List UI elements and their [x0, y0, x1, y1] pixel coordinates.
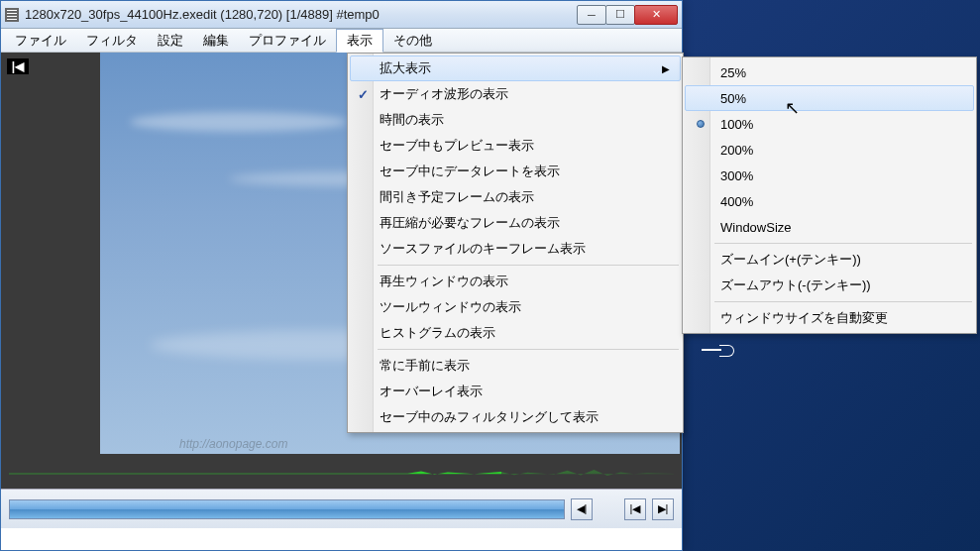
rewind-start-icon[interactable]: |◀: [7, 58, 29, 74]
titlebar[interactable]: 1280x720_30fps_44100Hz.exedit (1280,720)…: [1, 1, 682, 29]
check-icon: ✓: [358, 87, 369, 102]
dd-always-on-top[interactable]: 常に手前に表示: [350, 353, 681, 379]
skip-start-button[interactable]: |◀: [624, 498, 646, 520]
menu-profile[interactable]: プロファイル: [239, 29, 336, 52]
zoom-in[interactable]: ズームイン(+(テンキー)): [685, 247, 974, 273]
menubar: ファイル フィルタ 設定 編集 プロファイル 表示 その他: [1, 29, 682, 53]
zoom-submenu: 25% 50% 100% 200% 300% 400% WindowSize ズ…: [682, 56, 977, 334]
sky-cloud: [130, 112, 348, 132]
window-title: 1280x720_30fps_44100Hz.exedit (1280,720)…: [25, 7, 578, 22]
submenu-arrow-icon: ▶: [662, 63, 670, 74]
dd-time-display[interactable]: 時間の表示: [350, 107, 681, 133]
zoom-200[interactable]: 200%: [685, 137, 974, 163]
seekbar-row: ◀| |◀ ▶|: [1, 489, 682, 528]
window-controls: ─ ☐ ✕: [578, 5, 678, 25]
skip-end-button[interactable]: ▶|: [652, 498, 674, 520]
dd-source-keyframes[interactable]: ソースファイルのキーフレーム表示: [350, 236, 681, 262]
menu-separator: [714, 243, 972, 244]
zoom-300[interactable]: 300%: [685, 163, 974, 188]
zoom-out[interactable]: ズームアウト(-(テンキー)): [685, 273, 974, 298]
audio-waveform-row: [1, 459, 682, 489]
watermark-text: http://aonopage.com: [179, 437, 287, 451]
menu-filter[interactable]: フィルタ: [76, 29, 148, 52]
zoom-windowsize[interactable]: WindowSize: [685, 214, 974, 240]
dd-zoom-display[interactable]: 拡大表示▶: [350, 55, 681, 81]
menu-other[interactable]: その他: [383, 29, 442, 52]
menu-file[interactable]: ファイル: [5, 29, 76, 52]
dd-thinning-frames[interactable]: 間引き予定フレームの表示: [350, 184, 681, 210]
dd-overlay[interactable]: オーバーレイ表示: [350, 379, 681, 404]
dd-filter-on-save[interactable]: セーブ中のみフィルタリングして表示: [350, 404, 681, 430]
dd-tool-window[interactable]: ツールウィンドウの表示: [350, 294, 681, 320]
zoom-50[interactable]: 50%: [685, 85, 974, 111]
dd-audio-waveform[interactable]: ✓オーディオ波形の表示: [350, 81, 681, 107]
menu-separator: [378, 265, 679, 266]
desktop-sprite-icon: [702, 345, 737, 359]
audio-waveform[interactable]: [9, 466, 674, 482]
close-button[interactable]: ✕: [634, 5, 678, 25]
dd-save-preview[interactable]: セーブ中もプレビュー表示: [350, 133, 681, 159]
menu-edit[interactable]: 編集: [193, 29, 239, 52]
dd-save-datarate[interactable]: セーブ中にデータレートを表示: [350, 159, 681, 184]
zoom-400[interactable]: 400%: [685, 188, 974, 214]
menu-settings[interactable]: 設定: [148, 29, 193, 52]
zoom-100[interactable]: 100%: [685, 111, 974, 137]
dd-recompress-frames[interactable]: 再圧縮が必要なフレームの表示: [350, 210, 681, 236]
dd-playback-window[interactable]: 再生ウィンドウの表示: [350, 269, 681, 294]
maximize-button[interactable]: ☐: [605, 5, 635, 25]
view-dropdown: 拡大表示▶ ✓オーディオ波形の表示 時間の表示 セーブ中もプレビュー表示 セーブ…: [347, 53, 684, 433]
zoom-25[interactable]: 25%: [685, 59, 974, 85]
menu-view[interactable]: 表示: [336, 29, 383, 53]
step-back-button[interactable]: ◀|: [571, 498, 593, 520]
menu-separator: [378, 349, 679, 350]
zoom-auto-window[interactable]: ウィンドウサイズを自動変更: [685, 305, 974, 331]
menu-separator: [714, 301, 972, 302]
app-icon: [5, 8, 19, 22]
dd-histogram[interactable]: ヒストグラムの表示: [350, 320, 681, 346]
minimize-button[interactable]: ─: [577, 5, 606, 25]
seekbar[interactable]: [9, 499, 565, 519]
radio-icon: [697, 120, 705, 128]
